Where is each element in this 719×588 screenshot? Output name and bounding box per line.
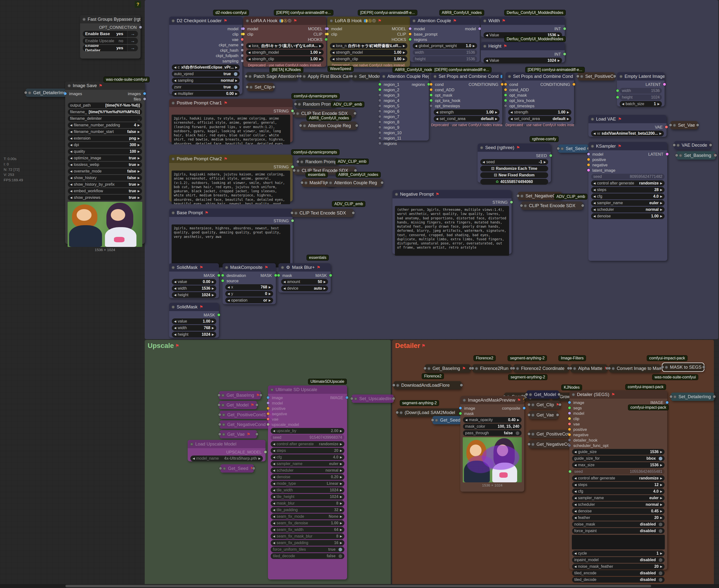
increment-icon[interactable]: ▶ (138, 150, 140, 153)
increment-icon[interactable]: ▶ (403, 51, 405, 54)
input-slot[interactable] (325, 181, 328, 184)
input-slot-opt_timesteps[interactable] (504, 104, 507, 107)
decrement-icon[interactable]: ◀ (465, 418, 467, 422)
input-slot-clip[interactable] (568, 417, 571, 420)
decrement-icon[interactable]: ◀ (574, 477, 576, 480)
input-slot-base_prompt[interactable] (409, 33, 411, 35)
widget-guide_size_for[interactable]: guide_size_forbbox (572, 456, 664, 461)
increment-icon[interactable]: ▶ (660, 450, 662, 454)
widget-operation[interactable]: ◀operationor▶ (225, 297, 273, 303)
widget-filename_number_start[interactable]: ◀filename_number_startfalse▶ (68, 129, 142, 135)
increment-icon[interactable]: ▶ (403, 44, 405, 47)
input-slot[interactable] (246, 86, 248, 88)
decrement-icon[interactable]: ◀ (174, 333, 176, 336)
decrement-icon[interactable]: ◀ (174, 92, 176, 96)
input-slot[interactable] (299, 124, 302, 127)
input-slot[interactable] (528, 433, 530, 435)
decrement-icon[interactable]: ◀ (227, 299, 230, 302)
help-badge[interactable]: ? (135, 1, 141, 8)
decrement-icon[interactable]: ◀ (273, 482, 275, 485)
output-slot[interactable] (581, 204, 584, 207)
increment-icon[interactable]: ▶ (212, 293, 214, 297)
increment-icon[interactable]: ▶ (212, 287, 214, 290)
output-slot[interactable] (255, 433, 258, 436)
input-slot[interactable] (471, 367, 474, 370)
collapse-dot[interactable] (508, 75, 511, 78)
decrement-icon[interactable]: ◀ (273, 541, 275, 545)
collapse-dot[interactable] (531, 443, 534, 446)
input-slot[interactable] (350, 75, 353, 78)
help-icon[interactable]: ? (523, 397, 524, 403)
decrement-icon[interactable]: ◀ (70, 196, 72, 200)
decrement-icon[interactable]: ◀ (574, 565, 576, 568)
input-slot-source[interactable] (221, 279, 224, 282)
collapse-dot[interactable] (516, 367, 519, 370)
decrement-icon[interactable]: ◀ (593, 182, 596, 185)
increment-icon[interactable]: ▶ (340, 462, 342, 465)
collapse-dot[interactable] (591, 118, 594, 121)
widget-amount[interactable]: ◀amount50▶ (281, 279, 328, 285)
node-mask-to-segs[interactable]: MASK to SEGS⚑ (662, 363, 704, 371)
collapse-dot[interactable] (673, 124, 676, 127)
node-attention-couple-reg-2[interactable]: Attention Couple Reg (327, 178, 382, 187)
widget-optimize_image[interactable]: ◀optimize_imagetrue▶ (68, 155, 142, 161)
node-set-baseimg[interactable]: Set_BaseImg⚑ (677, 151, 716, 160)
input-slot[interactable] (293, 169, 295, 172)
input-slot-region_6[interactable] (378, 110, 381, 112)
collapse-dot[interactable] (171, 158, 175, 161)
decrement-icon[interactable]: ◀ (174, 66, 176, 69)
node-load-vae[interactable]: Load VAE⚑VAE◀vae_namesdxlVaeAnimeTest_be… (589, 115, 666, 137)
input-slot-negative[interactable] (587, 164, 590, 166)
decrement-icon[interactable]: ◀ (283, 287, 286, 290)
widget-guide_size[interactable]: ◀guide_size1536▶ (572, 449, 664, 455)
node-set-upscaledimg[interactable]: Set_UpscaledImg⚑ (352, 395, 394, 403)
increment-icon[interactable]: ▶ (212, 326, 214, 330)
input-slot[interactable] (301, 181, 303, 184)
node-base-prompt[interactable]: Base Prompt⚑STRING2girls, masterpiece, h… (169, 209, 293, 265)
node-get-positivecond-detailer[interactable]: Get_PositiveCond⚑ (529, 430, 569, 438)
output-slot-STRING[interactable] (291, 165, 294, 168)
input-slot[interactable] (670, 395, 672, 398)
input-slot-cond[interactable] (504, 83, 507, 86)
node-set-vae[interactable]: Set_Vae⚑ (671, 121, 698, 129)
output-slot-SEED[interactable] (549, 154, 552, 157)
widget-steps[interactable]: ◀steps12▶ (572, 482, 664, 488)
widget-force_inpaint[interactable]: force_inpaintdisabled (572, 528, 664, 534)
input-slot[interactable] (218, 403, 220, 406)
input-slot-destination[interactable] (221, 274, 224, 277)
increment-icon[interactable]: ▶ (340, 521, 342, 525)
widget-vae_name[interactable]: ◀vae_namesdxlVaeAnimeTest_beta1200...▶ (591, 130, 664, 136)
collapse-dot[interactable] (171, 266, 175, 269)
node-get-model-upscale[interactable]: Get_Model⚑ (219, 401, 257, 409)
widget-tile_height[interactable]: ◀tile_height1024▶ (271, 494, 344, 500)
increment-icon[interactable]: ▶ (340, 456, 342, 459)
widget-filename_number_padding[interactable]: ◀filename_number_padding4▶ (68, 122, 142, 128)
node-get-vae-upscale[interactable]: Get_Vae⚑ (220, 430, 257, 438)
collapse-dot[interactable] (298, 103, 301, 106)
input-slot[interactable] (219, 413, 221, 416)
node-seed-rgthree[interactable]: Seed (rgthree)⚑SEED◀seed-1▶⚄Randomize Ea… (478, 144, 551, 183)
widget-seam_fix_denoise[interactable]: ◀seam_fix_denoise1.00▶ (271, 520, 344, 526)
input-slot-vae[interactable] (568, 423, 571, 425)
increment-icon[interactable]: ▶ (324, 287, 326, 290)
widget-steps[interactable]: ◀steps20▶ (271, 448, 344, 454)
decrement-icon[interactable]: ◀ (283, 280, 286, 284)
widget-model_name[interactable]: ◀model_name4x-UltraSharp.pth▶ (190, 456, 263, 461)
input-slot-negative[interactable] (267, 412, 269, 415)
collapse-dot[interactable] (529, 393, 532, 396)
prompt-textarea[interactable]: 2girls, haduki izuna, tv style, anime co… (171, 115, 290, 144)
decrement-icon[interactable]: ◀ (70, 183, 72, 186)
increment-icon[interactable]: ▶ (235, 79, 238, 82)
output-slot[interactable] (354, 112, 356, 115)
collapse-dot[interactable] (171, 102, 175, 105)
output-slot[interactable] (355, 124, 358, 127)
input-slot-regions[interactable] (378, 142, 381, 145)
node-detailer-segs[interactable]: Detailer (SEGS)⚑imageIMAGEsegsmodelclipv… (569, 391, 667, 570)
node-downloadandloadflorence[interactable]: DownloadAndLoadFlore (394, 381, 461, 390)
output-slot-STRING[interactable] (510, 201, 513, 204)
input-slot[interactable] (528, 414, 530, 416)
increment-icon[interactable]: ▶ (340, 475, 342, 479)
output-slot[interactable] (255, 403, 258, 406)
increment-icon[interactable]: ▶ (567, 110, 569, 114)
node-solidmask-2[interactable]: SolidMask⚑MASK◀value1.00▶◀width768▶◀heig… (169, 303, 219, 338)
